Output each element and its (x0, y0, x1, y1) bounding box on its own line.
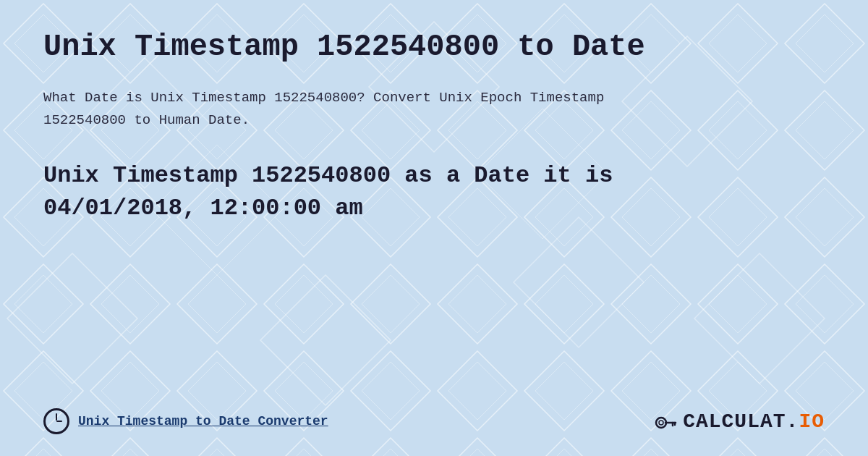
result-text: Unix Timestamp 1522540800 as a Date it i… (43, 160, 825, 225)
logo-highlight: IO (799, 410, 825, 433)
footer-left[interactable]: Unix Timestamp to Date Converter (43, 408, 328, 434)
description-text: What Date is Unix Timestamp 1522540800? … (43, 87, 694, 131)
svg-point-14 (659, 421, 663, 425)
result-line2: 04/01/2018, 12:00:00 am (43, 195, 363, 221)
page-title: Unix Timestamp 1522540800 to Date (43, 29, 825, 65)
logo-area: CALCULAT.IO (654, 410, 825, 433)
logo-icon (654, 410, 677, 433)
result-section: Unix Timestamp 1522540800 as a Date it i… (43, 160, 825, 225)
result-line1: Unix Timestamp 1522540800 as a Date it i… (43, 162, 613, 189)
footer: Unix Timestamp to Date Converter CALCULA… (43, 408, 825, 434)
logo-text: CALCULAT.IO (683, 410, 825, 433)
clock-icon (43, 408, 69, 434)
footer-link[interactable]: Unix Timestamp to Date Converter (78, 414, 328, 428)
